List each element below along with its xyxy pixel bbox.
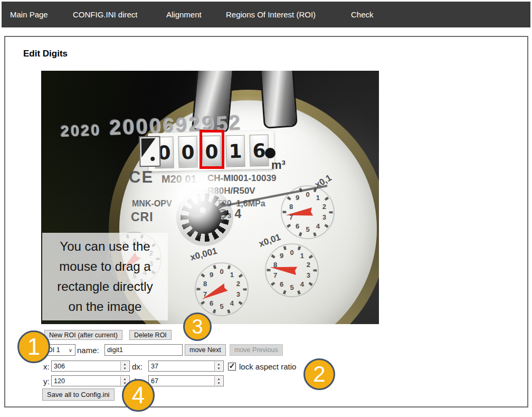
hint-line: You can use the (42, 236, 168, 257)
nav-item-check[interactable]: Check (351, 2, 374, 27)
dial-x01: 0 1 2 3 4 5 6 7 8 9 (279, 183, 337, 241)
dial-number: 4 (300, 280, 305, 288)
new-roi-button[interactable]: New ROI (after current) (44, 330, 122, 340)
y-input[interactable] (52, 376, 124, 386)
spin-up-icon[interactable]: ▲ (124, 362, 127, 366)
dial-number: 6 (296, 222, 299, 230)
dial-number: 3 (307, 271, 310, 279)
dial-number: 3 (322, 213, 326, 221)
dial-number: 8 (203, 280, 207, 288)
y-stepper[interactable]: ▲▼ (51, 375, 130, 386)
x-input[interactable] (52, 361, 124, 371)
annotation-badge-4: 4 (122, 379, 155, 412)
delete-roi-button[interactable]: Delete ROI (129, 330, 172, 340)
nav-item-roi[interactable]: Regions Of Interest (ROI) (226, 2, 316, 27)
dial-number: 9 (296, 194, 299, 202)
hint-line: rectangle directly (42, 277, 168, 297)
dial-number: 0 (290, 249, 293, 257)
save-config-button[interactable]: Save all to Config.ini (42, 388, 115, 401)
spin-up-icon[interactable]: ▲ (217, 377, 221, 381)
roi-name-input[interactable] (104, 344, 183, 356)
content-frame: Edit Digits 2020 2000692952 0 0 0 1 6 (4, 36, 528, 407)
x-label: x: (43, 362, 50, 371)
hint-line: on the image (42, 297, 168, 317)
nav-item-config-ini[interactable]: CONFIG.INI direct (73, 2, 138, 27)
move-next-button[interactable]: move Next (185, 344, 226, 356)
meter-image-canvas[interactable]: 2020 2000692952 0 0 0 1 6 m³ CE M20 (41, 71, 379, 324)
drag-hint-overlay: You can use the mouse to drag a rectangl… (42, 233, 168, 320)
dial-number: 2 (307, 261, 310, 269)
dial-number: 8 (273, 261, 277, 269)
spin-up-icon[interactable]: ▲ (217, 362, 221, 366)
dial-number: 8 (289, 203, 293, 211)
spin-down-icon[interactable]: ▼ (124, 366, 127, 371)
dial-number: 7 (273, 271, 277, 279)
spin-down-icon[interactable]: ▼ (217, 366, 221, 371)
check-icon: ✓ (229, 362, 235, 370)
y-label: y: (43, 377, 50, 386)
lock-aspect-label: lock aspect ratio (239, 362, 296, 371)
annotation-badge-2: 2 (303, 358, 335, 390)
dial-number: 5 (306, 225, 309, 233)
dy-stepper[interactable]: ▲▼ (148, 375, 224, 386)
dial-number: 1 (316, 194, 320, 202)
x-spinner[interactable]: ▲▼ (120, 362, 129, 371)
page-title: Edit Digits (23, 49, 68, 59)
dial-number: 9 (210, 271, 213, 279)
dial-number: 7 (203, 290, 207, 298)
roi-rectangle[interactable] (200, 130, 224, 169)
dial-number: 6 (280, 280, 283, 288)
dial-number: 4 (230, 299, 234, 307)
x-stepper[interactable]: ▲▼ (51, 361, 130, 372)
name-label: name: (77, 346, 99, 355)
hint-line: mouse to drag a (42, 257, 168, 277)
annotation-badge-3: 3 (183, 312, 212, 341)
nav-item-alignment[interactable]: Alignment (166, 2, 202, 27)
light-flare (162, 158, 231, 239)
dial-number: 2 (322, 203, 326, 211)
spin-down-icon[interactable]: ▼ (217, 381, 221, 385)
dial-number: 0 (220, 268, 223, 276)
dial-x0001: 0 1 2 3 4 5 6 7 8 9 (193, 260, 251, 318)
dx-label: dx: (132, 362, 142, 371)
dial-x001: 0 1 2 3 4 5 6 7 8 9 (263, 241, 321, 299)
spin-up-icon[interactable]: ▲ (124, 377, 127, 381)
annotation-badge-1: 1 (17, 330, 50, 363)
dial-number: 4 (316, 222, 320, 230)
lock-aspect-checkbox[interactable]: ✓ (228, 363, 236, 371)
dx-input[interactable] (149, 361, 218, 371)
nav-item-main-page[interactable]: Main Page (10, 2, 48, 27)
dial-number: 2 (236, 280, 240, 288)
dy-spinner[interactable]: ▲▼ (214, 376, 223, 385)
dial-number: 1 (300, 252, 304, 260)
dx-stepper[interactable]: ▲▼ (148, 361, 224, 372)
screenshot-root: Main Page CONFIG.INI direct Alignment Re… (0, 0, 532, 417)
dial-number: 5 (220, 302, 223, 310)
dial-number: 5 (290, 283, 293, 291)
chevron-down-icon: ∨ (69, 347, 72, 353)
top-nav-bar: Main Page CONFIG.INI direct Alignment Re… (2, 2, 530, 27)
dial-number: 9 (280, 252, 283, 260)
dx-spinner[interactable]: ▲▼ (214, 362, 223, 371)
dy-input[interactable] (149, 376, 218, 386)
dial-number: 7 (289, 213, 293, 221)
dial-number: 3 (236, 290, 240, 298)
dial-number: 0 (306, 191, 309, 198)
dial-number: 6 (210, 299, 213, 307)
dial-number: 1 (230, 271, 234, 279)
move-previous-button[interactable]: move Previous (230, 344, 283, 356)
